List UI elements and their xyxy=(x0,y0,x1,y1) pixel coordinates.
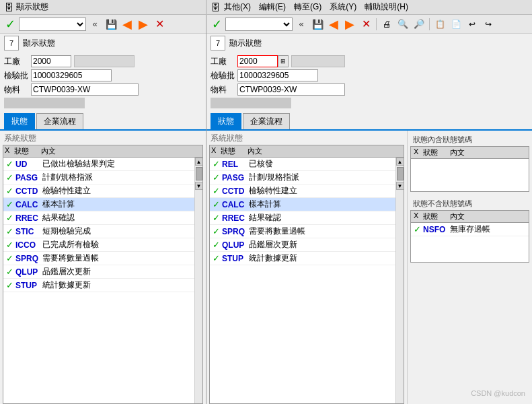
right-nav-back-btn[interactable]: « xyxy=(294,17,309,32)
left-status-row[interactable]: ✓ STIC 短期檢驗完成 xyxy=(3,225,194,238)
right-plant-label: 工廠 xyxy=(211,56,237,67)
menu-item-goto[interactable]: 轉至(G) xyxy=(294,1,321,13)
right-plant-extra xyxy=(291,55,345,67)
sidebar-disabled-header: X 狀態 內文 xyxy=(410,210,529,222)
right-check-3: ✓ xyxy=(213,199,222,209)
sidebar-enabled-header: X 狀態 內文 xyxy=(410,146,529,158)
sd-text-0: 無庫存過帳 xyxy=(450,224,526,235)
se-header-content: 內文 xyxy=(450,147,526,158)
sidebar-enabled-body xyxy=(410,158,529,192)
menu-item-help[interactable]: 輔助說明(H) xyxy=(365,1,408,13)
left-check-2: ✓ xyxy=(6,186,15,196)
right-code-5: SPRQ xyxy=(222,227,249,236)
sidebar-disabled-body: ✓ NSFO 無庫存過帳 xyxy=(410,222,529,263)
menu-item-system[interactable]: 系統(Y) xyxy=(330,1,356,13)
right-scroll-down[interactable]: ▼ xyxy=(396,182,404,190)
right-find-btn[interactable]: 🔍 xyxy=(395,17,410,32)
left-next-btn[interactable]: ▶ xyxy=(136,17,151,32)
right-scrollbar[interactable]: ▲ ▼ xyxy=(395,158,404,403)
left-tab-enterprise[interactable]: 企業流程 xyxy=(36,113,83,129)
left-scroll-thumb[interactable] xyxy=(196,167,202,180)
right-scroll-placeholder xyxy=(395,145,404,157)
left-scroll-up[interactable]: ▲ xyxy=(195,158,203,166)
left-status-row[interactable]: ✓ QLUP 品鑑層次更新 xyxy=(3,265,194,279)
left-title: 顯示狀態 xyxy=(16,1,48,13)
sd-header-x: X xyxy=(414,211,423,222)
right-next-btn[interactable]: ▶ xyxy=(342,17,357,32)
right-scroll-up[interactable]: ▲ xyxy=(396,158,404,166)
menu-item-edit[interactable]: 編輯(E) xyxy=(259,1,286,13)
right-material-input[interactable] xyxy=(237,83,345,96)
left-plant-input[interactable] xyxy=(31,55,71,67)
right-doc-icon: 7 xyxy=(211,36,225,50)
left-dropdown[interactable] xyxy=(19,18,86,31)
right-text-6: 品鑑層次更新 xyxy=(249,239,393,250)
left-status-row[interactable]: ✓ CALC 樣本計算 xyxy=(3,198,194,211)
right-cancel-btn[interactable]: ✕ xyxy=(358,17,373,32)
right-find2-btn[interactable]: 🔎 xyxy=(412,17,426,32)
right-plant-search-btn[interactable]: ⊞ xyxy=(278,55,289,67)
left-scroll-down[interactable]: ▼ xyxy=(195,182,203,190)
left-nav-back-btn[interactable]: « xyxy=(87,17,102,32)
right-gray-box xyxy=(211,98,291,108)
right-inspection-input[interactable] xyxy=(237,69,318,81)
left-status-row[interactable]: ✓ PASG 計劃/規格指派 xyxy=(3,171,194,184)
right-undo-btn[interactable]: ↩ xyxy=(465,17,480,32)
right-status-row[interactable]: ✓ REL 已核發 xyxy=(210,158,395,171)
right-code-1: PASG xyxy=(222,173,249,182)
left-status-row[interactable]: ✓ CCTD 檢驗特性建立 xyxy=(3,184,194,198)
right-plant-input[interactable] xyxy=(237,55,278,67)
right-redo-btn[interactable]: ↪ xyxy=(481,17,496,32)
left-text-3: 樣本計算 xyxy=(42,199,192,210)
right-scroll-thumb[interactable] xyxy=(397,167,404,180)
left-check-8: ✓ xyxy=(6,267,15,277)
left-status-row[interactable]: ✓ STUP 統計數據更新 xyxy=(3,279,194,292)
sd-code-0: NSFO xyxy=(423,225,450,234)
right-prev-btn[interactable]: ◀ xyxy=(326,17,341,32)
right-main-area: 系統狀態 X 狀態 內文 ✓ REL 已核發 ✓ PASG 計劃/規格指派 ✓ … xyxy=(206,131,408,404)
right-status-row[interactable]: ✓ SPRQ 需要將數量過帳 xyxy=(210,225,395,238)
right-text-7: 統計數據更新 xyxy=(249,252,393,264)
right-text-3: 樣本計算 xyxy=(249,199,393,210)
right-confirm-btn[interactable]: ✓ xyxy=(209,17,224,32)
right-header-x: X xyxy=(210,145,219,157)
right-save-btn[interactable]: 💾 xyxy=(310,17,325,32)
left-status-row[interactable]: ✓ ICCO 已完成所有檢驗 xyxy=(3,238,194,252)
left-text-1: 計劃/規格指派 xyxy=(42,172,192,183)
right-copy-btn[interactable]: 📋 xyxy=(432,17,447,32)
left-save-btn[interactable]: 💾 xyxy=(104,17,118,32)
right-tab-status[interactable]: 狀態 xyxy=(211,113,241,129)
right-status-row[interactable]: ✓ QLUP 品鑑層次更新 xyxy=(210,238,395,252)
sidebar-disabled-row[interactable]: ✓ NSFO 無庫存過帳 xyxy=(411,223,529,236)
right-tab-enterprise[interactable]: 企業流程 xyxy=(243,113,290,129)
right-status-row[interactable]: ✓ CCTD 檢驗特性建立 xyxy=(210,184,395,198)
left-status-section: 系統狀態 X 狀態 內文 ✓ UD 已做出檢驗結果判定 ✓ PASG 計劃/規格… xyxy=(0,131,206,404)
left-inspection-input[interactable] xyxy=(31,69,112,81)
sidebar-enabled-section: 狀態內含狀態號碼 X 狀態 內文 xyxy=(410,133,529,192)
sidebar-enabled-title: 狀態內含狀態號碼 xyxy=(410,133,529,146)
right-print-btn[interactable]: 🖨 xyxy=(379,17,394,32)
left-scrollbar[interactable]: ▲ ▼ xyxy=(194,158,202,403)
left-status-row[interactable]: ✓ SPRQ 需要將數量過帳 xyxy=(3,252,194,265)
left-tab-status[interactable]: 狀態 xyxy=(4,113,35,129)
right-paste-btn[interactable]: 📄 xyxy=(449,17,463,32)
right-status-row[interactable]: ✓ STUP 統計數據更新 xyxy=(210,252,395,265)
right-status-row[interactable]: ✓ RREC 結果確認 xyxy=(210,211,395,225)
right-check-5: ✓ xyxy=(213,226,222,236)
left-status-row[interactable]: ✓ RREC 結果確認 xyxy=(3,211,194,225)
se-header-x: X xyxy=(414,147,423,158)
left-material-input[interactable] xyxy=(31,83,139,96)
left-cancel-btn[interactable]: ✕ xyxy=(152,17,167,32)
right-status-row[interactable]: ✓ CALC 樣本計算 xyxy=(210,198,395,211)
left-text-0: 已做出檢驗結果判定 xyxy=(42,158,192,170)
left-prev-btn[interactable]: ◀ xyxy=(120,17,135,32)
menu-item-other[interactable]: 其他(X) xyxy=(224,1,251,13)
left-status-row[interactable]: ✓ UD 已做出檢驗結果判定 xyxy=(3,158,194,171)
sd-header-status: 狀態 xyxy=(423,211,450,222)
left-toolbar: ✓ « 💾 ◀ ▶ ✕ xyxy=(0,15,206,34)
left-confirm-btn[interactable]: ✓ xyxy=(3,17,17,32)
right-status-row[interactable]: ✓ PASG 計劃/規格指派 xyxy=(210,171,395,184)
right-dropdown[interactable] xyxy=(225,18,293,31)
left-check-5: ✓ xyxy=(6,226,15,236)
left-text-7: 需要將數量過帳 xyxy=(42,252,192,264)
